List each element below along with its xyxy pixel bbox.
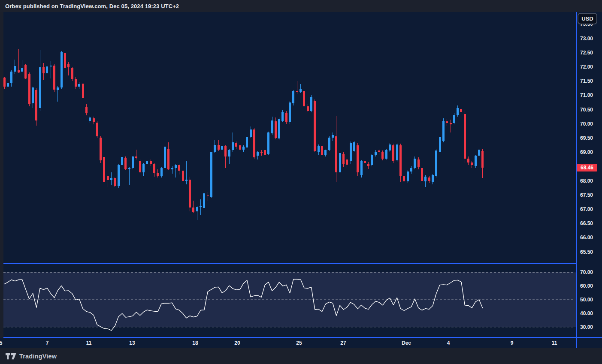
tradingview-logo[interactable]: TradingView (6, 352, 57, 361)
candle-body (396, 144, 398, 160)
candle-body (328, 138, 330, 150)
candle-body (218, 145, 220, 150)
candle-body (139, 161, 141, 172)
candle-body (10, 72, 12, 83)
candle-body (450, 123, 452, 124)
tradingview-snapshot: Orbex published on TradingView.com, Dec … (0, 0, 602, 364)
candle-body (78, 84, 80, 87)
candle-body (389, 144, 391, 151)
candle-body (410, 168, 412, 172)
candle-body (467, 159, 469, 162)
candle-body (460, 109, 462, 112)
candle-body (164, 147, 166, 168)
candle-body (403, 176, 405, 181)
candle-body (42, 67, 45, 73)
candle-body (285, 113, 287, 123)
candle-body (367, 164, 369, 166)
candle-body (67, 64, 70, 67)
candle-body (303, 91, 305, 106)
candle-body (114, 178, 116, 186)
candle-body (432, 175, 434, 182)
candle-body (439, 137, 441, 153)
candle-body (93, 118, 95, 123)
candle-body (182, 171, 184, 180)
candle-body (278, 119, 280, 138)
candle-body (85, 107, 88, 113)
time-axis-strip[interactable] (0, 338, 602, 348)
candle-body (314, 101, 316, 151)
candle-body (121, 157, 123, 165)
candle-body (146, 161, 148, 163)
candle-body (271, 120, 273, 134)
candle-body (128, 168, 130, 169)
candle-body (446, 121, 448, 123)
candle-body (32, 87, 34, 103)
candle-body (417, 159, 420, 167)
candle-body (381, 152, 384, 159)
candle-body (264, 150, 266, 155)
tradingview-logo-text: TradingView (19, 353, 57, 360)
candle-body (289, 102, 291, 122)
candle-body (332, 135, 334, 137)
candle-body (103, 157, 105, 181)
candle-body (124, 158, 127, 168)
candle-body (82, 84, 84, 98)
candle-body (242, 147, 245, 150)
candle-body (107, 176, 109, 180)
candle-body (7, 83, 9, 87)
candle-body (353, 142, 355, 151)
last-price-badge: 68.46 (577, 164, 597, 171)
candle-body (214, 145, 216, 152)
candle-body (453, 115, 455, 123)
candle-body (221, 146, 223, 150)
candle-body (321, 146, 323, 155)
candle-body (357, 145, 359, 172)
candle-body (342, 154, 345, 165)
candle-body (260, 152, 263, 153)
candle-body (267, 132, 269, 154)
candle-body (160, 168, 163, 176)
candle-body (281, 112, 284, 121)
candle-body (464, 114, 466, 159)
candle-body (96, 123, 98, 136)
candle-body (192, 208, 194, 212)
candle-body (275, 121, 277, 138)
candle-body (3, 78, 6, 87)
chart-canvas[interactable] (0, 0, 602, 364)
candle-body (118, 165, 120, 186)
candle-body (392, 145, 394, 161)
candle-body (235, 143, 237, 147)
candle-body (210, 152, 212, 197)
candle-body (350, 143, 352, 161)
candle-body (360, 161, 363, 175)
candle-body (100, 138, 102, 160)
candle-body (371, 155, 373, 165)
candle-body (307, 106, 309, 111)
candle-body (224, 146, 227, 157)
candle-body (171, 168, 173, 169)
candle-body (14, 66, 16, 72)
candle-body (228, 150, 230, 156)
candle-body (428, 177, 430, 181)
candle-body (478, 150, 480, 156)
candle-body (53, 66, 55, 90)
candle-body (481, 151, 484, 168)
candle-body (310, 97, 312, 111)
candle-body (39, 67, 41, 108)
candle-body (335, 136, 337, 172)
candle-body (28, 74, 30, 104)
candle-body (239, 145, 241, 150)
currency-toggle-button[interactable]: USD (578, 13, 597, 24)
candle-body (24, 65, 27, 78)
candle-body (153, 164, 155, 173)
candle-body (364, 161, 366, 163)
candle-body (189, 180, 191, 208)
candle-body (178, 165, 180, 171)
candle-body (253, 129, 255, 157)
candle-body (203, 193, 205, 208)
candle-body (21, 68, 23, 72)
candle-body (150, 161, 152, 164)
candle-body (135, 156, 137, 158)
candle-body (207, 195, 209, 196)
candle-body (50, 66, 52, 66)
